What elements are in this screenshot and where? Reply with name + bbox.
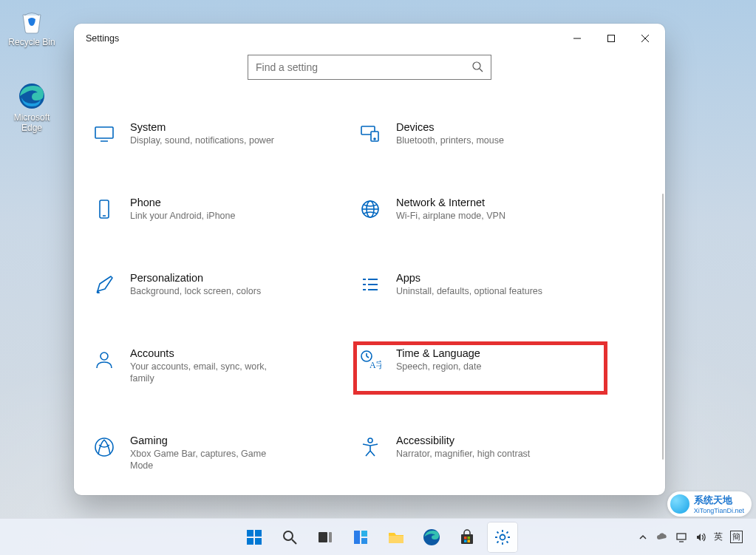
desktop-icon-label: Recycle Bin: [8, 37, 55, 47]
scrollbar[interactable]: [662, 194, 664, 460]
tile-desc: Background, lock screen, colors: [130, 285, 261, 297]
svg-rect-46: [464, 539, 467, 542]
accessibility-icon: [358, 435, 383, 460]
taskbar-search-button[interactable]: [275, 522, 304, 552]
tile-apps[interactable]: Apps Uninstall, defaults, optional featu…: [355, 268, 606, 306]
tile-title: Time & Language: [396, 347, 481, 359]
svg-line-35: [292, 539, 296, 544]
tray-ime-mode[interactable]: 簡: [730, 531, 743, 543]
search-icon: [471, 61, 483, 75]
taskbar-settings[interactable]: [488, 522, 517, 552]
taskbar-center: [239, 522, 517, 552]
tile-desc: Your accounts, email, sync, work, family: [130, 361, 285, 385]
devices-icon: [358, 121, 383, 146]
tile-desc: Wi-Fi, airplane mode, VPN: [396, 210, 505, 222]
recycle-bin-icon: [16, 4, 48, 37]
tile-gaming[interactable]: Gaming Xbox Game Bar, captures, Game Mod…: [89, 430, 340, 480]
tile-desc: Uninstall, defaults, optional features: [396, 285, 542, 297]
watermark-line2: XiTongTianDi.net: [694, 507, 744, 514]
tile-time-and-language[interactable]: A字 Time & Language Speech, region, date: [355, 343, 606, 393]
tile-title: Devices: [396, 121, 504, 133]
svg-rect-44: [464, 537, 467, 539]
personalization-icon: [92, 272, 117, 297]
svg-rect-33: [255, 538, 262, 545]
titlebar[interactable]: Settings: [74, 24, 665, 53]
tile-desc: Link your Android, iPhone: [130, 210, 235, 222]
apps-icon: [358, 272, 383, 297]
gaming-icon: [92, 435, 117, 460]
settings-categories: System Display, sound, notifications, po…: [74, 87, 665, 495]
svg-rect-39: [361, 531, 367, 537]
tray-network-icon[interactable]: [675, 531, 687, 543]
network-icon: [358, 197, 383, 222]
svg-rect-2: [608, 35, 615, 42]
tray-chevron-up-icon[interactable]: [637, 531, 649, 543]
tile-title: System: [130, 121, 274, 133]
tile-title: Apps: [396, 272, 542, 284]
watermark-badge: 系统天地 XiTongTianDi.net: [667, 491, 752, 517]
taskbar-explorer[interactable]: [381, 522, 411, 552]
taskbar: 英 簡: [0, 518, 756, 555]
search-input[interactable]: [256, 61, 467, 73]
svg-line-26: [367, 356, 369, 358]
taskbar-store[interactable]: [452, 522, 482, 552]
tile-title: Network & Internet: [396, 197, 505, 208]
tile-desc: Bluetooth, printers, mouse: [396, 135, 504, 146]
tray-volume-icon[interactable]: [695, 531, 706, 543]
tile-title: Personalization: [130, 272, 261, 284]
system-icon: [92, 121, 117, 146]
svg-rect-30: [247, 530, 253, 537]
tile-desc: Narrator, magnifier, high contrast: [396, 448, 530, 460]
widgets-button[interactable]: [346, 522, 375, 552]
tile-title: Phone: [130, 197, 235, 208]
tile-title: Accounts: [130, 347, 285, 359]
system-tray: 英 簡: [637, 531, 750, 543]
tile-title: Gaming: [130, 435, 285, 446]
window-title: Settings: [86, 33, 119, 44]
tile-devices[interactable]: Devices Bluetooth, printers, mouse: [355, 117, 606, 155]
svg-point-48: [500, 534, 505, 539]
svg-rect-45: [467, 537, 470, 539]
tile-system[interactable]: System Display, sound, notifications, po…: [89, 117, 340, 155]
svg-text:A字: A字: [370, 360, 381, 370]
tile-desc: Display, sound, notifications, power: [130, 135, 274, 146]
edge-icon: [16, 80, 48, 112]
phone-icon: [92, 197, 117, 222]
tile-title: Accessibility: [396, 435, 530, 446]
tile-personalization[interactable]: Personalization Background, lock screen,…: [89, 268, 340, 306]
svg-rect-37: [329, 532, 332, 542]
tray-onedrive-icon[interactable]: [656, 531, 668, 543]
tile-desc: Xbox Game Bar, captures, Game Mode: [130, 448, 285, 472]
start-button[interactable]: [239, 522, 269, 552]
svg-rect-43: [461, 534, 473, 544]
maximize-button[interactable]: [594, 24, 628, 53]
tray-ime-lang[interactable]: 英: [714, 531, 723, 543]
taskbar-edge[interactable]: [417, 522, 446, 552]
watermark-line1: 系统天地: [694, 494, 744, 507]
svg-rect-36: [319, 532, 327, 542]
tile-accounts[interactable]: Accounts Your accounts, email, sync, wor…: [89, 343, 340, 393]
svg-rect-7: [95, 127, 113, 138]
svg-point-34: [284, 531, 293, 540]
svg-rect-31: [255, 530, 262, 537]
svg-rect-41: [389, 536, 403, 543]
svg-rect-32: [247, 538, 253, 545]
desktop-icon-edge[interactable]: Microsoft Edge: [6, 80, 58, 133]
minimize-button[interactable]: [560, 24, 594, 53]
tile-accessibility[interactable]: Accessibility Narrator, magnifier, high …: [355, 430, 606, 480]
svg-rect-38: [354, 531, 360, 544]
svg-point-29: [368, 438, 372, 443]
tile-desc: Speech, region, date: [396, 361, 481, 372]
svg-line-6: [480, 69, 483, 72]
accounts-icon: [92, 347, 117, 372]
time-language-icon: A字: [358, 347, 383, 372]
tile-phone[interactable]: Phone Link your Android, iPhone: [89, 192, 340, 231]
desktop-icon-label: Microsoft Edge: [6, 112, 58, 133]
task-view-button[interactable]: [310, 522, 340, 552]
desktop-icon-recycle-bin[interactable]: Recycle Bin: [6, 4, 58, 47]
close-button[interactable]: [628, 24, 662, 53]
search-box[interactable]: [248, 55, 491, 80]
svg-point-11: [374, 138, 375, 140]
svg-point-5: [473, 62, 480, 69]
tile-network[interactable]: Network & Internet Wi-Fi, airplane mode,…: [355, 192, 606, 231]
